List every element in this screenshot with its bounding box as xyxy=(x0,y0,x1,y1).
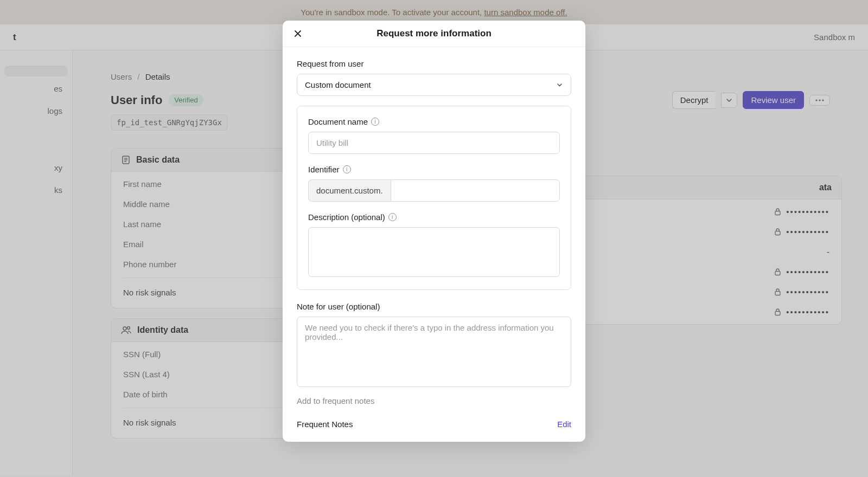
identifier-label: Identifier i xyxy=(308,165,560,174)
chevron-down-icon xyxy=(556,81,563,88)
request-from-label: Request from user xyxy=(297,59,571,68)
modal-close-button[interactable] xyxy=(291,27,304,40)
doc-name-label: Document name i xyxy=(308,117,560,126)
edit-link[interactable]: Edit xyxy=(557,420,571,429)
info-icon[interactable]: i xyxy=(371,118,379,126)
request-from-select[interactable]: Custom document xyxy=(297,74,571,96)
note-textarea[interactable] xyxy=(297,317,571,387)
document-fields-box: Document name i Identifier i document.cu… xyxy=(297,106,571,290)
info-icon[interactable]: i xyxy=(388,213,397,221)
info-icon[interactable]: i xyxy=(343,165,351,173)
description-textarea[interactable] xyxy=(308,227,560,277)
note-label: Note for user (optional) xyxy=(297,302,571,311)
identifier-input[interactable] xyxy=(391,179,560,202)
description-label: Description (optional) i xyxy=(308,212,560,222)
frequent-notes-label: Frequent Notes xyxy=(297,420,353,429)
select-value: Custom document xyxy=(305,80,371,89)
identifier-prefix: document.custom. xyxy=(308,179,391,202)
request-info-modal: Request more information Request from us… xyxy=(283,21,585,442)
doc-name-input[interactable] xyxy=(308,132,560,154)
close-icon xyxy=(293,29,302,38)
modal-title: Request more information xyxy=(292,28,576,39)
add-frequent-link[interactable]: Add to frequent notes xyxy=(297,396,374,405)
